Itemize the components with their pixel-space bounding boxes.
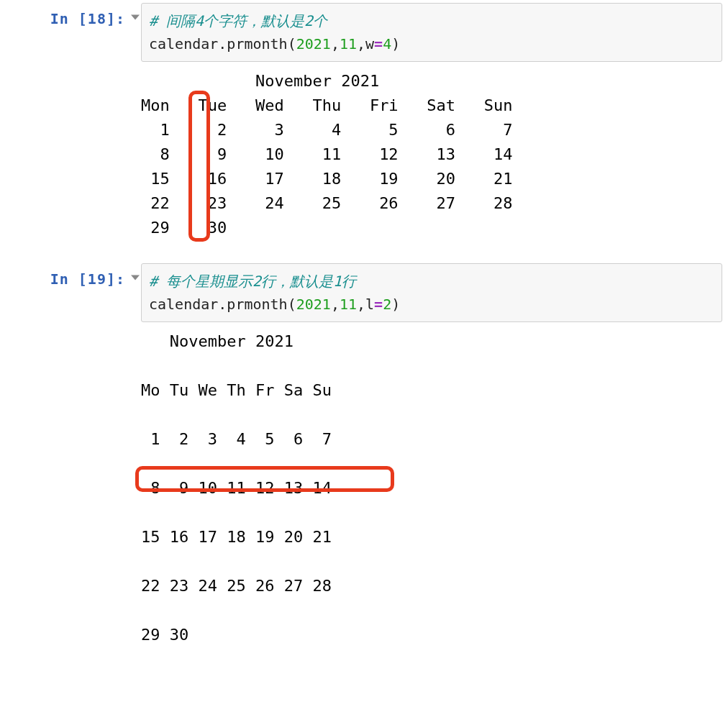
input-prompt: In [18]: — [50, 10, 125, 27]
code-arg: 11 — [340, 296, 357, 313]
cell-collapser[interactable] — [129, 3, 141, 62]
prompt-area: In [19]: — [0, 263, 129, 322]
output-spacer — [0, 69, 141, 240]
annotation-horizontal-highlight — [135, 466, 394, 492]
code-arg: 2021 — [296, 296, 331, 313]
code-arg: 2021 — [296, 35, 331, 53]
code-comment: # 每个星期显示2行，默认是1行 — [149, 273, 356, 290]
notebook-cell: In [19]: # 每个星期显示2行，默认是1行 calendar.prmon… — [0, 260, 728, 322]
code-kwarg: l — [365, 296, 374, 313]
code-comma: , — [357, 35, 365, 53]
output-text: November 2021 Mon Tue Wed Thu Fri Sat Su… — [141, 69, 728, 240]
code-input[interactable]: # 间隔4个字符，默认是2个 calendar.prmonth(2021,11,… — [141, 3, 722, 62]
cell-collapser[interactable] — [129, 263, 141, 322]
code-comma: , — [331, 35, 340, 53]
code-close-paren: ) — [391, 296, 400, 313]
output-area: November 2021 Mon Tue Wed Thu Fri Sat Su… — [0, 62, 728, 260]
code-func: calendar.prmonth( — [149, 35, 296, 53]
output-area: November 2021 Mo Tu We Th Fr Sa Su 1 2 3… — [0, 322, 728, 667]
code-equals: = — [374, 296, 383, 313]
output-content: November 2021 Mo Tu We Th Fr Sa Su 1 2 3… — [141, 329, 728, 647]
code-kwval: 4 — [383, 35, 391, 53]
annotation-vertical-highlight — [188, 91, 210, 242]
output-spacer — [0, 329, 141, 647]
code-func: calendar.prmonth( — [149, 296, 296, 313]
code-close-paren: ) — [391, 35, 400, 53]
code-equals: = — [374, 35, 383, 53]
code-kwarg: w — [365, 35, 374, 53]
input-prompt: In [19]: — [50, 270, 125, 288]
notebook-cell: In [18]: # 间隔4个字符，默认是2个 calendar.prmonth… — [0, 0, 728, 62]
code-comma: , — [357, 296, 365, 313]
code-kwval: 2 — [383, 296, 391, 313]
output-content: November 2021 Mon Tue Wed Thu Fri Sat Su… — [141, 69, 728, 240]
chevron-down-icon — [131, 273, 140, 282]
code-comma: , — [331, 296, 340, 313]
code-input[interactable]: # 每个星期显示2行，默认是1行 calendar.prmonth(2021,1… — [141, 263, 722, 322]
code-comment: # 间隔4个字符，默认是2个 — [149, 12, 327, 29]
chevron-down-icon — [131, 13, 140, 22]
code-arg: 11 — [340, 35, 357, 53]
prompt-area: In [18]: — [0, 3, 129, 62]
